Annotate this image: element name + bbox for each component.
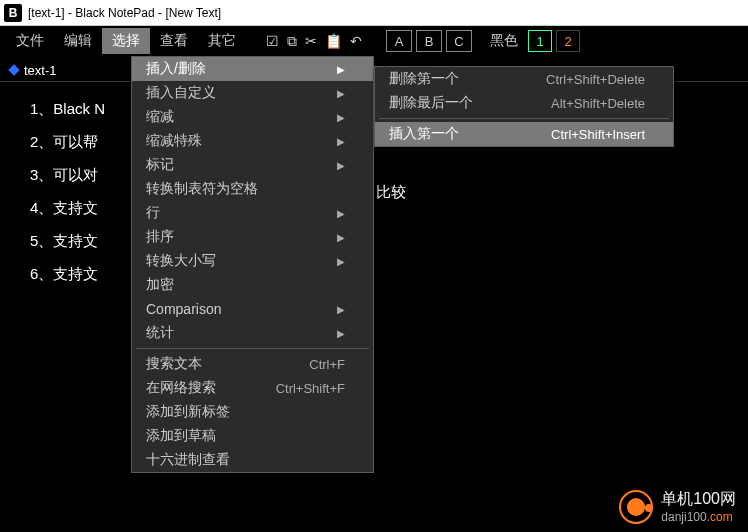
color-label[interactable]: 黑色 <box>490 32 518 50</box>
menu-dropdown-item[interactable]: 缩减▶ <box>132 105 373 129</box>
menu-separator <box>379 118 669 119</box>
menu-item[interactable]: 文件 <box>6 28 54 54</box>
menu-item-label: 排序 <box>146 228 174 246</box>
menu-item-label: 插入第一个 <box>389 125 459 143</box>
menu-item-label: 行 <box>146 204 160 222</box>
window-title: [text-1] - Black NotePad - [New Text] <box>28 6 221 20</box>
menu-item[interactable]: 编辑 <box>54 28 102 54</box>
submenu-arrow-icon: ▶ <box>337 256 345 267</box>
titlebar: B [text-1] - Black NotePad - [New Text] <box>0 0 748 26</box>
modified-indicator-icon <box>8 64 19 75</box>
toolbar-icons: ☑ ⧉ ✂ 📋 ↶ <box>266 33 362 50</box>
menu-item-label: 插入自定义 <box>146 84 216 102</box>
tab-item[interactable]: text-1 <box>0 57 71 81</box>
menu-dropdown-item[interactable]: 标记▶ <box>132 153 373 177</box>
watermark: 单机100网 danji100.com <box>619 489 736 524</box>
watermark-text: 单机100网 <box>661 489 736 510</box>
submenu-arrow-icon: ▶ <box>337 136 345 147</box>
menu-dropdown-item[interactable]: 删除最后一个Alt+Shift+Delete <box>375 91 673 115</box>
checkbox-icon[interactable]: ☑ <box>266 33 279 49</box>
watermark-domain: danji100.com <box>661 510 736 524</box>
tab-label: text-1 <box>24 63 57 78</box>
preset-button[interactable]: 1 <box>528 30 552 52</box>
submenu-arrow-icon: ▶ <box>337 112 345 123</box>
submenu-arrow-icon: ▶ <box>337 160 345 171</box>
copy-icon[interactable]: ⧉ <box>287 33 297 50</box>
menu-dropdown-item[interactable]: Comparison▶ <box>132 297 373 321</box>
menu-dropdown-item[interactable]: 删除第一个Ctrl+Shift+Delete <box>375 67 673 91</box>
submenu-arrow-icon: ▶ <box>337 304 345 315</box>
menu-item-label: 转换制表符为空格 <box>146 180 258 198</box>
menu-item-label: 在网络搜索 <box>146 379 216 397</box>
menu-item-label: 标记 <box>146 156 174 174</box>
paste-icon[interactable]: 📋 <box>325 33 342 49</box>
menu-item-label: 缩减特殊 <box>146 132 202 150</box>
menu-item-label: 十六进制查看 <box>146 451 230 469</box>
menu-dropdown-item[interactable]: 转换大小写▶ <box>132 249 373 273</box>
menu-separator <box>136 348 369 349</box>
menu-dropdown-item[interactable]: 加密 <box>132 273 373 297</box>
menu-item-label: 加密 <box>146 276 174 294</box>
menubar: 文件编辑选择查看其它 ☑ ⧉ ✂ 📋 ↶ ABC 黑色 12 <box>0 26 748 56</box>
watermark-logo-icon <box>619 490 653 524</box>
undo-icon[interactable]: ↶ <box>350 33 362 49</box>
style-button[interactable]: A <box>386 30 412 52</box>
menu-dropdown-item[interactable]: 添加到新标签 <box>132 400 373 424</box>
style-button[interactable]: B <box>416 30 442 52</box>
menu-dropdown-item[interactable]: 添加到草稿 <box>132 424 373 448</box>
menu-dropdown-item[interactable]: 转换制表符为空格 <box>132 177 373 201</box>
preset-button[interactable]: 2 <box>556 30 580 52</box>
submenu-arrow-icon: ▶ <box>337 208 345 219</box>
menu-item[interactable]: 其它 <box>198 28 246 54</box>
menu-dropdown-item[interactable]: 排序▶ <box>132 225 373 249</box>
menu-item-label: 插入/删除 <box>146 60 206 78</box>
submenu-arrow-icon: ▶ <box>337 328 345 339</box>
menu-item-label: 统计 <box>146 324 174 342</box>
menu-item[interactable]: 选择 <box>102 28 150 54</box>
menu-item-shortcut: Ctrl+Shift+Insert <box>551 127 645 142</box>
menu-item-label: 添加到草稿 <box>146 427 216 445</box>
app-icon: B <box>4 4 22 22</box>
menu-dropdown-item[interactable]: 插入/删除▶ <box>132 57 373 81</box>
style-button[interactable]: C <box>446 30 472 52</box>
menu-item-label: 删除最后一个 <box>389 94 473 112</box>
menu-dropdown-item[interactable]: 行▶ <box>132 201 373 225</box>
menu-item-shortcut: Alt+Shift+Delete <box>551 96 645 111</box>
menu-item-label: 转换大小写 <box>146 252 216 270</box>
menu-dropdown-item[interactable]: 在网络搜索Ctrl+Shift+F <box>132 376 373 400</box>
menu-dropdown-item[interactable]: 搜索文本Ctrl+F <box>132 352 373 376</box>
editor-text-fragment: 比较 <box>376 183 406 202</box>
submenu-arrow-icon: ▶ <box>337 88 345 99</box>
menu-item-label: 添加到新标签 <box>146 403 230 421</box>
menu-item-shortcut: Ctrl+Shift+F <box>276 381 345 396</box>
menu-item-label: 缩减 <box>146 108 174 126</box>
menu-dropdown-item[interactable]: 插入第一个Ctrl+Shift+Insert <box>375 122 673 146</box>
menu-item-shortcut: Ctrl+Shift+Delete <box>546 72 645 87</box>
menu-dropdown-item[interactable]: 十六进制查看 <box>132 448 373 472</box>
menu-item-shortcut: Ctrl+F <box>309 357 345 372</box>
insert-delete-submenu: 删除第一个Ctrl+Shift+Delete删除最后一个Alt+Shift+De… <box>374 66 674 147</box>
menu-item-label: Comparison <box>146 301 221 317</box>
select-menu-dropdown: 插入/删除▶插入自定义▶缩减▶缩减特殊▶标记▶转换制表符为空格行▶排序▶转换大小… <box>131 56 374 473</box>
menu-dropdown-item[interactable]: 缩减特殊▶ <box>132 129 373 153</box>
submenu-arrow-icon: ▶ <box>337 64 345 75</box>
submenu-arrow-icon: ▶ <box>337 232 345 243</box>
menu-dropdown-item[interactable]: 统计▶ <box>132 321 373 345</box>
menu-item[interactable]: 查看 <box>150 28 198 54</box>
menu-item-label: 搜索文本 <box>146 355 202 373</box>
menu-item-label: 删除第一个 <box>389 70 459 88</box>
cut-icon[interactable]: ✂ <box>305 33 317 49</box>
menu-dropdown-item[interactable]: 插入自定义▶ <box>132 81 373 105</box>
